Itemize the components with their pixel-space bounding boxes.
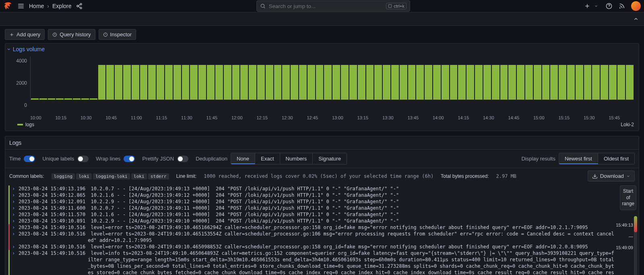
chart-bar[interactable] (39, 98, 47, 100)
chart-bar[interactable] (148, 65, 156, 100)
log-line[interactable]: ›2023-08-24 15:49:12.091 10.2.2.9 - - [2… (8, 198, 615, 205)
global-search[interactable]: ctrl+k (256, 0, 410, 12)
chart-bar[interactable] (517, 65, 524, 100)
expand-icon[interactable]: › (12, 244, 16, 250)
chart-bar[interactable] (106, 65, 114, 100)
chart-bar[interactable] (308, 65, 315, 100)
chart-bar[interactable] (249, 65, 256, 100)
wrap-lines-toggle[interactable] (124, 156, 135, 162)
chart-bar[interactable] (207, 65, 215, 100)
chart-bar[interactable] (400, 65, 407, 100)
chart-bar[interactable] (190, 65, 198, 100)
hamburger-icon[interactable] (16, 1, 26, 11)
log-line[interactable]: ›2023-08-24 15:49:10.516 level=error ts=… (8, 244, 615, 250)
dedup-none[interactable]: None (231, 153, 255, 164)
chart-bar[interactable] (316, 65, 324, 100)
chart-bar[interactable] (98, 65, 106, 100)
chart-bar[interactable] (492, 65, 500, 100)
help-icon[interactable] (605, 2, 613, 10)
chart-bar[interactable] (550, 65, 558, 100)
time-toggle[interactable] (24, 156, 35, 162)
chart-bar[interactable] (232, 65, 240, 100)
log-line[interactable]: ›2023-08-24 15:49:10.891 10.2.2.9 - - [2… (8, 218, 615, 224)
chart-bar[interactable] (224, 65, 231, 100)
chart-bar[interactable] (140, 65, 148, 100)
chart-bar[interactable] (466, 65, 474, 100)
chart-bar[interactable] (433, 65, 441, 100)
breadcrumb-explore[interactable]: Explore (52, 3, 71, 9)
chart-bar[interactable] (442, 65, 449, 100)
breadcrumb-home[interactable]: Home (29, 3, 44, 9)
chart-bar[interactable] (198, 65, 206, 100)
chart-bar[interactable] (299, 65, 307, 100)
chart-bar[interactable] (324, 65, 332, 100)
sort-oldest[interactable]: Oldest first (598, 153, 634, 164)
log-line[interactable]: ›2023-08-24 15:49:12.865 10.2.1.6 - - [2… (8, 192, 615, 198)
chart-bar[interactable] (617, 65, 625, 100)
chart-bar[interactable] (291, 65, 298, 100)
expand-icon[interactable]: › (12, 205, 16, 211)
download-button[interactable]: Download (588, 171, 635, 181)
sort-newest[interactable]: Newest first (559, 153, 598, 164)
chart-bar[interactable] (123, 65, 131, 100)
chart-bar[interactable] (48, 98, 56, 100)
chart-bar[interactable] (567, 65, 575, 100)
chart-bar[interactable] (601, 65, 608, 100)
search-input[interactable] (269, 3, 383, 9)
inspector-button[interactable]: Inspector (99, 29, 136, 40)
log-line[interactable]: ›2023-08-24 15:49:11.600 10.2.0.7 - - [2… (8, 205, 615, 211)
log-line[interactable]: ›2023-08-24 15:49:10.516 level=info ts=2… (8, 250, 615, 275)
chart-bar[interactable] (165, 65, 173, 100)
chart-bar[interactable] (559, 65, 566, 100)
chart-bar[interactable] (332, 65, 340, 100)
chart-bar[interactable] (416, 65, 424, 100)
chart-bar[interactable] (525, 65, 533, 100)
chart-bar[interactable] (173, 65, 181, 100)
expand-icon[interactable]: › (12, 218, 16, 224)
chart-legend[interactable]: logs (17, 122, 34, 127)
plus-icon[interactable] (584, 2, 591, 10)
share-icon[interactable] (76, 2, 83, 10)
log-line[interactable]: ›2023-08-24 15:49:13.196 10.2.0.7 - - [2… (8, 185, 615, 192)
chart-bar[interactable] (609, 65, 617, 100)
chart-bar[interactable] (266, 65, 273, 100)
chart-bar[interactable] (542, 65, 550, 100)
chart-bar[interactable] (115, 65, 122, 100)
chart-bar[interactable] (240, 65, 248, 100)
dedup-signature[interactable]: Signature (313, 153, 347, 164)
news-icon[interactable] (618, 2, 625, 10)
chart-bar[interactable] (626, 65, 634, 100)
query-history-button[interactable]: Query history (48, 29, 95, 40)
chart-bar[interactable] (274, 65, 282, 100)
chart-bar[interactable] (341, 65, 349, 100)
logs-volume-chart[interactable]: 4000 2000 0 (5, 55, 639, 115)
chart-bar[interactable] (475, 65, 483, 100)
chart-bar[interactable] (483, 65, 491, 100)
chart-bar[interactable] (56, 98, 64, 100)
chart-bar[interactable] (383, 65, 390, 100)
log-line[interactable]: ›2023-08-24 15:49:10.516 level=error ts=… (8, 224, 615, 231)
grafana-logo[interactable] (3, 0, 14, 12)
expand-icon[interactable]: › (12, 185, 16, 192)
chart-bar[interactable] (508, 65, 516, 100)
chart-bar[interactable] (73, 98, 80, 100)
dedup-numbers[interactable]: Numbers (280, 153, 313, 164)
expand-icon[interactable]: › (12, 250, 16, 256)
chart-bar[interactable] (366, 65, 374, 100)
logs-volume-header[interactable]: › Logs volume (5, 44, 639, 55)
expand-icon[interactable]: › (12, 224, 16, 231)
log-line[interactable]: ›2023-08-24 15:49:10.516 level=error ts=… (8, 231, 615, 244)
chart-bar[interactable] (349, 65, 357, 100)
expand-icon[interactable]: › (12, 231, 16, 237)
avatar[interactable] (631, 1, 641, 11)
chart-bar[interactable] (64, 98, 72, 100)
chart-bar[interactable] (358, 65, 365, 100)
chart-bar[interactable] (215, 65, 223, 100)
chart-bar[interactable] (500, 65, 508, 100)
chart-bar[interactable] (458, 65, 466, 100)
chart-bar[interactable] (132, 65, 139, 100)
chart-bar[interactable] (257, 65, 265, 100)
chart-bar[interactable] (592, 65, 600, 100)
chevron-down-icon[interactable] (592, 2, 600, 10)
chart-bar[interactable] (282, 65, 290, 100)
